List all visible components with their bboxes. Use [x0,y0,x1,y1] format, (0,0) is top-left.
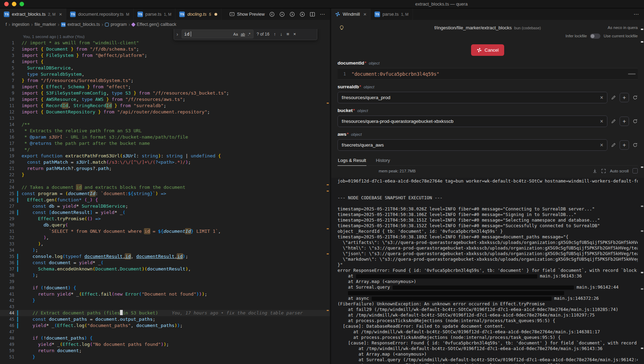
run-file-icon[interactable] [300,12,305,17]
line-gutter[interactable]: 15 [0,128,22,134]
code-line[interactable]: 16 * @param s3Url - URL in format s3://b… [0,134,330,140]
line-gutter[interactable]: 44 [0,310,22,316]
code-line[interactable]: 45 const document_paths = document.outpu… [0,316,330,322]
line-gutter[interactable]: 12 [0,109,22,115]
line-gutter[interactable]: 46 [0,322,22,329]
refresh-resource-icon[interactable] [632,119,638,124]
code-line[interactable]: 18 */ [0,147,330,153]
code-line[interactable]: 10import { AWSResource, type AWS } from … [0,96,330,103]
editor-overview-ruler[interactable] [326,29,329,364]
code-editor[interactable]: › id Aa ab .* ? of 16 ↑ ↓ ≡ × [0,29,330,364]
code-line[interactable]: 39 [0,278,330,285]
line-gutter[interactable]: 25 [0,191,22,197]
find-next-icon[interactable]: ↓ [279,31,283,37]
code-line[interactable]: 14/** [0,121,330,128]
code-line[interactable]: 36 const document = yield* _( [0,260,330,266]
code-line[interactable]: 1// import * as wmill from "windmill-cli… [0,40,330,46]
editor-tab[interactable]: TSparse.ts1, M [134,8,176,20]
line-gutter[interactable]: 11 [0,103,22,109]
code-line[interactable]: 12import { DocumentRepository } from "/a… [0,109,330,115]
navigate-back-icon[interactable] [269,12,275,17]
code-line[interactable]: 43 [0,304,330,310]
code-line[interactable]: 6 type SurrealdbSystem, [0,71,330,77]
clear-value-icon[interactable]: × [600,95,603,101]
log-output[interactable]: job=0196f12d-d7c1-e6ea-a1cd-0dec78e2764e… [331,178,644,364]
code-line[interactable]: 34 ); [0,247,330,253]
code-line[interactable]: 48 if (!document_paths) { [0,335,330,341]
code-line[interactable]: 31 `SELECT * from ONLY document where id… [0,228,330,235]
expand-logs-icon[interactable] [601,169,606,173]
code-line[interactable]: 44 // Extract document paths (filesin S3… [0,310,330,316]
line-gutter[interactable]: 41 [0,291,22,297]
line-gutter[interactable]: 10 [0,96,22,103]
line-gutter[interactable]: 38 [0,272,22,278]
show-preview-icon[interactable] [229,12,235,17]
find-input[interactable]: id Aa ab .* [182,30,253,38]
line-gutter[interactable]: 23 [0,178,22,184]
line-gutter[interactable]: 26 [0,197,22,203]
line-gutter[interactable]: 16 [0,134,22,140]
line-gutter[interactable]: 13 [0,115,22,121]
more-actions-icon[interactable]: ⋯ [320,11,325,17]
line-gutter[interactable]: 50 [0,348,22,354]
close-tab-icon[interactable]: × [59,12,62,17]
line-gutter[interactable]: 28 [0,209,22,216]
code-line[interactable]: 8import { Effect, Schema } from "effect"… [0,84,330,90]
line-gutter[interactable]: 19 [0,153,22,159]
line-gutter[interactable]: 30 [0,222,22,228]
code-line[interactable]: 3import { FileSystem } from "@effect/pla… [0,52,330,59]
breadcrumb-item[interactable]: f [6,22,7,27]
edit-resource-icon[interactable] [611,142,616,148]
code-line[interactable]: 23 [0,178,330,184]
code-line[interactable]: 19export function extractPathFromS3Url(s… [0,153,330,159]
code-line[interactable]: 32 ), [0,235,330,241]
code-line[interactable]: 40 if (!document) { [0,285,330,291]
find-previous-icon[interactable]: ↑ [273,31,277,37]
code-line[interactable]: 37 Schema.encodeUnknown(Document.Documen… [0,266,330,272]
code-line[interactable]: 25const program = (documentId: `document… [0,191,330,197]
code-line[interactable]: 49 yield* _(Effect.log("No document path… [0,341,330,348]
refresh-resource-icon[interactable] [632,95,638,100]
match-case-icon[interactable]: Aa [233,32,238,37]
code-line[interactable]: 11import { RecordId, StringRecordId } fr… [0,103,330,109]
line-gutter[interactable]: 7 [0,77,22,84]
download-logs-icon[interactable] [592,169,597,173]
code-line[interactable]: 41 return yield* _(Effect.fail(new Error… [0,291,330,297]
line-gutter[interactable]: 42 [0,297,22,304]
line-gutter[interactable]: 22 [0,172,22,178]
line-gutter[interactable]: 20 [0,159,22,165]
code-line[interactable]: 51 } [0,354,330,360]
scrollbar-handle[interactable] [628,73,636,74]
documentId-editor[interactable]: 1"document:0vfuca5pbcrbn3l4q59s" [338,68,638,80]
line-gutter[interactable]: 37 [0,266,22,272]
editor-tab[interactable]: TSparse.ts1, M [371,8,413,20]
editor-tab[interactable]: TSdocument.repository.tsM [66,8,134,20]
lightbulb-icon[interactable] [339,25,344,30]
line-gutter[interactable]: 8 [0,84,22,90]
edit-resource-icon[interactable] [611,95,616,100]
breadcrumb-item[interactable]: file_marker [35,22,56,27]
clear-value-icon[interactable]: × [600,142,603,148]
code-line[interactable]: 47 [0,329,330,335]
edit-resource-icon[interactable] [611,119,616,124]
code-line[interactable]: 38 ); [0,272,330,278]
navigate-forward-icon[interactable] [289,12,295,17]
breadcrumb-item[interactable]: ingestion [12,22,29,27]
line-gutter[interactable]: 40 [0,285,22,291]
clear-value-icon[interactable]: × [600,119,603,124]
refresh-resource-icon[interactable] [632,142,638,148]
breadcrumb-item[interactable]: program [105,22,127,27]
code-line[interactable]: 15 * Extracts the relative path from an … [0,128,330,134]
show-preview-label[interactable]: Show Preview [237,12,265,17]
breadcrumb-item[interactable]: Effect.gen() callback [132,22,176,27]
minimize-window-button[interactable] [12,2,16,6]
lockfile-toggle[interactable] [590,34,600,39]
find-in-selection-icon[interactable]: ≡ [286,31,290,37]
line-gutter[interactable]: 48 [0,335,22,341]
code-line[interactable]: 28 const [documentResult] = yield* _( [0,209,330,216]
code-line[interactable]: 46 yield* _(Effect.log("document_paths",… [0,322,330,329]
line-gutter[interactable]: 33 [0,241,22,247]
code-line[interactable]: 5 SurrealDBService, [0,65,330,71]
editor-tab[interactable]: TSdocling.ts5 [175,8,221,20]
line-gutter[interactable]: 9 [0,90,22,96]
